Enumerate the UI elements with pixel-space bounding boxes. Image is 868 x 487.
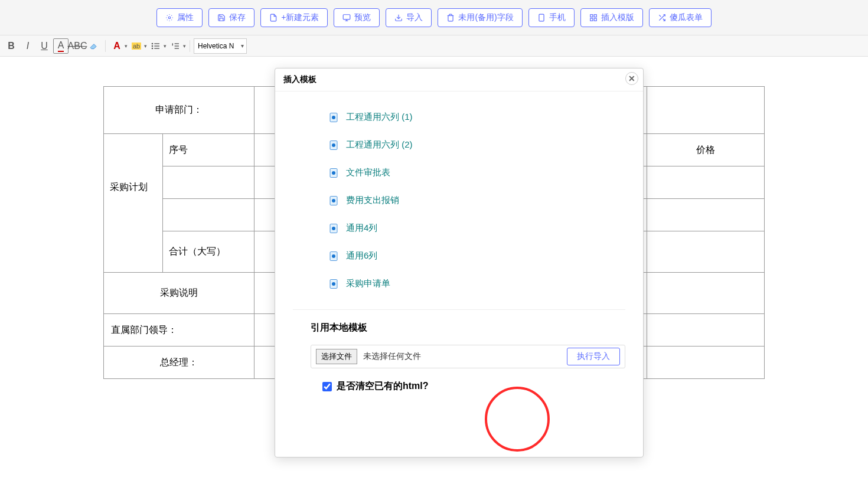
numbered-list-dropdown[interactable]: ▾: [183, 43, 186, 49]
save-icon: [217, 14, 226, 22]
template-item[interactable]: 采购申请单: [328, 270, 625, 298]
file-icon: [328, 112, 339, 123]
font-color-button[interactable]: A: [53, 38, 68, 54]
plan-row-1-seq[interactable]: [162, 166, 254, 199]
format-painter-button[interactable]: [86, 38, 102, 54]
purchase-desc-extra[interactable]: [647, 273, 764, 314]
preview-button[interactable]: 预览: [334, 8, 380, 27]
insert-template-modal: 插入模板 ✕ 工程通用六列 (1) 工程通用六列 (2) 文件审批表 费用支出报…: [275, 68, 644, 457]
highlight-button[interactable]: ab: [129, 38, 144, 54]
svg-point-36: [332, 282, 335, 286]
file-status-text: 未选择任何文件: [363, 351, 421, 362]
execute-import-button[interactable]: 执行导入: [567, 348, 620, 365]
text-color-dropdown[interactable]: ▾: [125, 43, 128, 49]
clear-html-row: 是否清空已有的html?: [311, 380, 625, 393]
price-header[interactable]: 价格: [647, 134, 764, 166]
clear-html-label: 是否清空已有的html?: [337, 380, 429, 393]
template-name: 工程通用六列 (1): [346, 112, 413, 123]
choose-file-button[interactable]: 选择文件: [316, 349, 357, 364]
svg-point-34: [332, 254, 335, 258]
direct-leader-extra[interactable]: [647, 314, 764, 347]
svg-point-18: [152, 45, 152, 46]
attributes-button[interactable]: 属性: [156, 8, 203, 27]
template-name: 工程通用六列 (2): [346, 139, 413, 151]
file-icon: [328, 223, 339, 234]
template-item[interactable]: 费用支出报销: [328, 187, 625, 214]
modal-title-bar: 插入模板 ✕: [275, 68, 643, 91]
editor-format-toolbar: B I U A ABC A ▾ ab ▾ ▾ ▾ Helvetica N: [0, 35, 868, 57]
top-toolbar: 属性 保存 +新建元素 预览 导入 未用(备用)字段 手机 插入模版 傻瓜表单: [0, 0, 868, 35]
grid-icon: [589, 14, 598, 22]
total-price[interactable]: [647, 231, 764, 273]
template-item[interactable]: 工程通用六列 (1): [328, 103, 625, 131]
svg-rect-10: [590, 18, 593, 21]
total-header[interactable]: 合计（大写）: [162, 231, 254, 273]
file-picker-row: 选择文件 未选择任何文件 执行导入: [311, 345, 625, 368]
strikethrough-button[interactable]: ABC: [70, 38, 85, 54]
list-ol-icon: [171, 41, 180, 51]
bullet-list-dropdown[interactable]: ▾: [164, 43, 167, 49]
svg-point-32: [332, 227, 335, 230]
numbered-list-button[interactable]: [168, 38, 183, 54]
insert-template-button[interactable]: 插入模版: [580, 8, 643, 27]
template-name: 采购申请单: [346, 278, 390, 289]
modal-title-text: 插入模板: [283, 74, 316, 84]
clear-html-checkbox[interactable]: [322, 382, 332, 391]
date-cell[interactable]: [647, 87, 764, 134]
simple-form-button[interactable]: 傻瓜表单: [649, 8, 712, 27]
svg-point-19: [152, 48, 152, 48]
modal-body[interactable]: 工程通用六列 (1) 工程通用六列 (2) 文件审批表 费用支出报销 通用4列 …: [275, 91, 643, 457]
template-name: 通用4列: [346, 223, 377, 234]
local-template-section: 引用本地模板 选择文件 未选择任何文件 执行导入 是否清空已有的html?: [293, 309, 625, 398]
svg-rect-7: [590, 14, 593, 17]
direct-leader-label[interactable]: 直属部门领导：: [104, 314, 254, 347]
svg-line-13: [659, 15, 661, 17]
svg-point-28: [332, 171, 335, 175]
trash-icon: [446, 14, 455, 22]
import-button[interactable]: 导入: [386, 8, 432, 27]
list-ul-icon: [151, 41, 161, 51]
mobile-button[interactable]: 手机: [528, 8, 575, 27]
highlight-dropdown[interactable]: ▾: [144, 43, 147, 49]
purchase-desc-label[interactable]: 采购说明: [104, 273, 254, 314]
plan-row-2-price[interactable]: [647, 199, 764, 231]
template-item[interactable]: 文件审批表: [328, 159, 625, 187]
unused-fields-button[interactable]: 未用(备用)字段: [438, 8, 522, 27]
svg-rect-9: [594, 18, 596, 21]
gm-label[interactable]: 总经理：: [104, 347, 254, 379]
dept-label-cell[interactable]: 申请部门：: [104, 87, 254, 134]
file-plus-icon: [269, 14, 278, 22]
bold-button[interactable]: B: [4, 38, 19, 54]
template-item[interactable]: 工程通用六列 (2): [328, 131, 625, 159]
template-name: 费用支出报销: [346, 195, 399, 206]
seq-header[interactable]: 序号: [162, 134, 254, 166]
template-item[interactable]: 通用4列: [328, 214, 625, 242]
file-icon: [328, 279, 339, 289]
file-icon: [328, 168, 339, 178]
template-name: 通用6列: [346, 250, 377, 262]
svg-point-17: [152, 43, 152, 44]
svg-rect-8: [594, 14, 596, 17]
text-color-button[interactable]: A: [109, 38, 125, 54]
svg-point-0: [168, 17, 171, 19]
plan-row-2-seq[interactable]: [162, 199, 254, 231]
gm-extra[interactable]: [647, 347, 764, 379]
shuffle-icon: [658, 14, 666, 22]
save-button[interactable]: 保存: [208, 8, 254, 27]
eraser-icon: [89, 41, 99, 51]
underline-button[interactable]: U: [37, 38, 52, 54]
file-icon: [328, 195, 339, 206]
svg-point-30: [332, 199, 335, 202]
italic-button[interactable]: I: [20, 38, 35, 54]
import-icon: [394, 14, 403, 22]
new-element-button[interactable]: +新建元素: [260, 8, 328, 27]
plan-section-label[interactable]: 采购计划: [104, 134, 163, 273]
file-icon: [328, 251, 339, 262]
modal-close-button[interactable]: ✕: [625, 72, 638, 85]
bullet-list-button[interactable]: [148, 38, 164, 54]
template-item[interactable]: 通用6列: [328, 242, 625, 270]
svg-rect-1: [344, 14, 351, 19]
file-icon: [328, 140, 339, 151]
font-family-select[interactable]: Helvetica N: [194, 38, 247, 54]
plan-row-1-price[interactable]: [647, 166, 764, 199]
